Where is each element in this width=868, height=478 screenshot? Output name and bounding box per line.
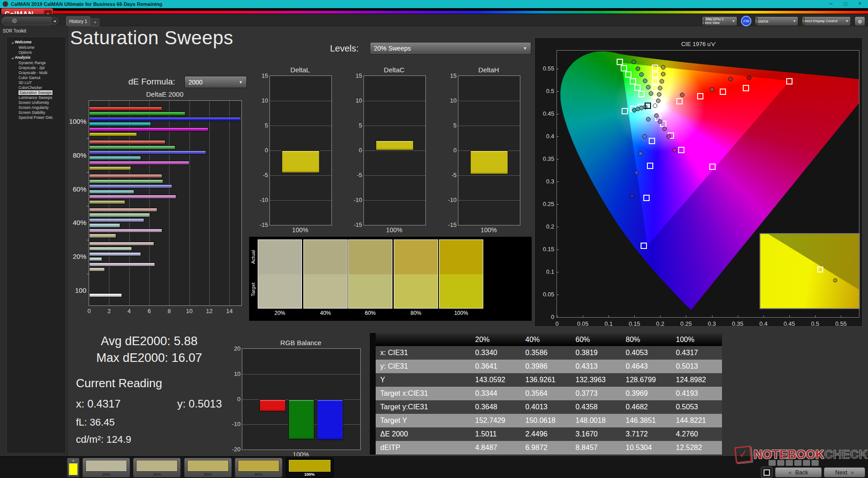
cie-target-marker (786, 78, 793, 84)
close-button[interactable]: × (853, 0, 867, 8)
meter-dropdown[interactable]: X-Rite i1Pro 2Direct View ▼ (702, 16, 737, 26)
gridline (364, 101, 425, 101)
row-value: 132.3963 (571, 376, 621, 384)
sidebar-item-saturation-sweeps[interactable]: Saturation Sweeps (7, 90, 66, 95)
x-tick-label: 2 (104, 308, 114, 314)
y-tick-label: 10 (227, 370, 241, 377)
sidebar-item-colorchecker[interactable]: ColorChecker (7, 85, 66, 90)
sidebar-item-welcome[interactable]: Welcome (7, 45, 66, 50)
settings-button[interactable]: ⚙ (854, 16, 865, 26)
calman-app-window: CalMAN 2019 CalMAN Ultimate for Business… (0, 0, 868, 478)
sidebar-item-screen-uniformity[interactable]: Screen Uniformity (7, 100, 66, 105)
x-tick-label: 14 (224, 308, 235, 314)
deltae-bar-magenta (89, 161, 189, 165)
sidebar-item-grayscale-2pt[interactable]: Grayscale - 2pt (7, 66, 66, 70)
source-dropdown[interactable]: Source ▼ (755, 16, 798, 26)
table-row-target-y: Target Y152.7429150.0618148.0018146.3851… (376, 414, 722, 427)
sidebar-item-screen-angularity[interactable]: Screen Angularity (7, 105, 66, 110)
sidebar-collapse-button[interactable]: ◀ (51, 17, 58, 25)
row-value: 2.4496 (521, 430, 571, 438)
deltae-bar-cyan (89, 257, 102, 261)
y-tick-label: 0.45 (538, 110, 554, 117)
x-tick-label: 12 (204, 308, 215, 314)
row-value: 150.0618 (521, 417, 571, 425)
sidebar-group-analysis[interactable]: ◢Analysis (7, 55, 66, 61)
y-tick (557, 69, 559, 69)
group-label-100: 100% (66, 117, 86, 125)
y-tick-label: 0.2 (538, 223, 554, 230)
gridline (149, 101, 150, 305)
gridline (458, 175, 520, 176)
deltah-chart: 151050-5-10-15 (458, 75, 520, 225)
formula-dropdown[interactable]: 2000 ▼ (184, 76, 247, 88)
cie-inset-outside-gamut (760, 234, 859, 308)
levels-dropdown[interactable]: 20% Sweeps ▼ (370, 42, 531, 55)
row-value: 0.3969 (621, 389, 671, 398)
vbar-blue (317, 399, 343, 440)
cie-zoom-inset (760, 233, 860, 309)
group-tick (87, 172, 89, 173)
add-tab-button[interactable]: + (91, 18, 99, 27)
sidebar-item-options[interactable]: Options (7, 50, 66, 55)
meter-count-badge[interactable]: 236 (741, 16, 751, 26)
y-tick (557, 159, 559, 159)
y-tick-label: 0.25 (538, 201, 554, 207)
deltae-bar-red (89, 140, 165, 144)
thumbnail-60[interactable]: 60% (184, 458, 232, 478)
maximize-button[interactable]: □ (838, 0, 853, 8)
deltae-bar-yellow (89, 234, 116, 238)
cie-target-marker (617, 59, 623, 65)
display-control-dropdown[interactable]: Direct Display Control ▼ (802, 16, 851, 26)
cie-target-marker (652, 78, 658, 84)
sidebar-item-3d-lut[interactable]: 3D LUT (7, 80, 66, 85)
y-tick (557, 227, 559, 227)
cie-target-marker (643, 195, 650, 201)
group-tick (87, 206, 89, 206)
row-value: 0.3819 (571, 349, 621, 357)
x-tick-label: 6 (144, 308, 155, 314)
layout-pill-button[interactable] (2, 17, 53, 25)
back-arrows-icon: « (788, 469, 792, 476)
swatch-target (349, 274, 392, 309)
tab-history-1[interactable]: History 1 (66, 16, 90, 26)
cie-measured-marker (710, 87, 714, 92)
thumbnail-80[interactable]: 80% (235, 458, 283, 478)
expander-icon[interactable]: ◢ (11, 41, 14, 44)
row-value: 0.4317 (671, 349, 722, 357)
workflow-tree: ◢WelcomeWelcomeOptions◢AnalysisDynamic R… (6, 37, 66, 454)
sidebar-item-dynamic-range[interactable]: Dynamic Range (7, 61, 66, 66)
thumbnail-100[interactable]: 100% (286, 458, 334, 478)
cie-target-marker (652, 85, 658, 91)
thumbnail-20[interactable]: 20% (82, 458, 130, 478)
expander-icon[interactable]: ◢ (11, 56, 14, 59)
deltah-chart-title: DeltaH (458, 66, 519, 74)
pattern-scroll-card[interactable]: ▲ (67, 458, 80, 478)
sidebar-group-welcome[interactable]: ◢Welcome (7, 40, 66, 45)
deltae-bar-blue (89, 252, 141, 256)
sidebar-item-grayscale-multi[interactable]: Grayscale - Multi (7, 70, 66, 75)
deltae-chart: 02468101214100%80%60%40%20%100 (89, 100, 242, 306)
sidebar-item-screen-stability[interactable]: Screen Stability (7, 110, 66, 115)
thumbnail-swatch (85, 460, 127, 472)
row-value: 10.5304 (621, 444, 671, 452)
y-tick-label: -15 (349, 221, 362, 228)
group-label-60: 60% (66, 185, 86, 193)
y-tick-label: 0 (538, 314, 554, 320)
next-button[interactable]: Next » (824, 467, 865, 478)
sidebar-item-luminance-sweeps[interactable]: Luminance Sweeps (7, 95, 66, 100)
back-button[interactable]: « Back (775, 467, 822, 478)
display-control-status-bar (803, 18, 805, 25)
cie-measured-marker (634, 170, 639, 175)
row-value: 0.3586 (521, 349, 571, 357)
stop-button[interactable] (761, 467, 773, 478)
thumbnail-40[interactable]: 40% (133, 458, 181, 478)
sidebar-item-spectral-power-dist[interactable]: Spectral Power Dist. (7, 115, 66, 120)
deltac-chart: 151050-5-10-15 (363, 75, 426, 225)
sidebar-item-color-gamut[interactable]: Color Gamut (7, 75, 66, 80)
minimize-button[interactable]: – (824, 0, 838, 8)
y-tick-label: 15 (443, 72, 457, 79)
swatch-label: 80% (394, 310, 438, 316)
x-tick (815, 315, 816, 318)
y-tick (557, 204, 559, 205)
row-value: 148.0018 (571, 417, 621, 425)
